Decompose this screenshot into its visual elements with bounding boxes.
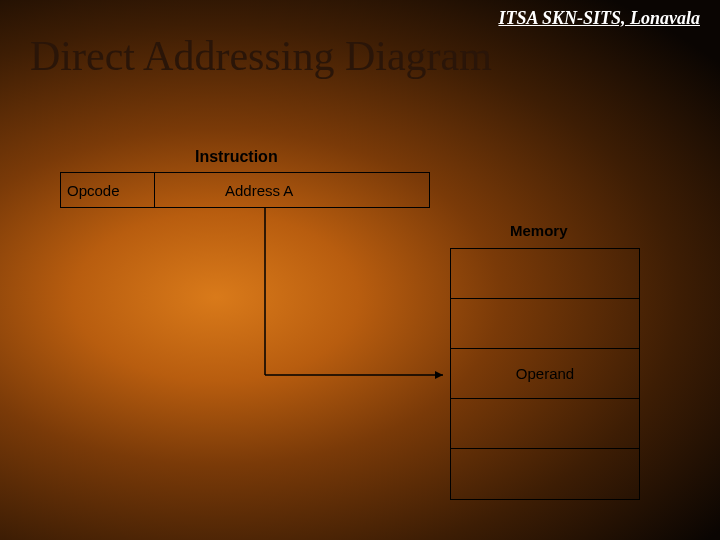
memory-cell-1 — [451, 299, 639, 349]
memory-cell-3 — [451, 399, 639, 449]
memory-cell-operand: Operand — [451, 349, 639, 399]
address-cell: Address A — [155, 172, 430, 208]
svg-marker-2 — [435, 371, 443, 379]
instruction-label: Instruction — [195, 148, 278, 166]
memory-cell-0 — [451, 249, 639, 299]
memory-cell-4 — [451, 449, 639, 499]
instruction-box: Opcode Address A — [60, 172, 430, 208]
opcode-cell: Opcode — [60, 172, 155, 208]
memory-label: Memory — [510, 222, 568, 239]
page-title: Direct Addressing Diagram — [30, 32, 492, 80]
header-org: ITSA SKN-SITS, Lonavala — [498, 8, 700, 29]
memory-box: Operand — [450, 248, 640, 500]
